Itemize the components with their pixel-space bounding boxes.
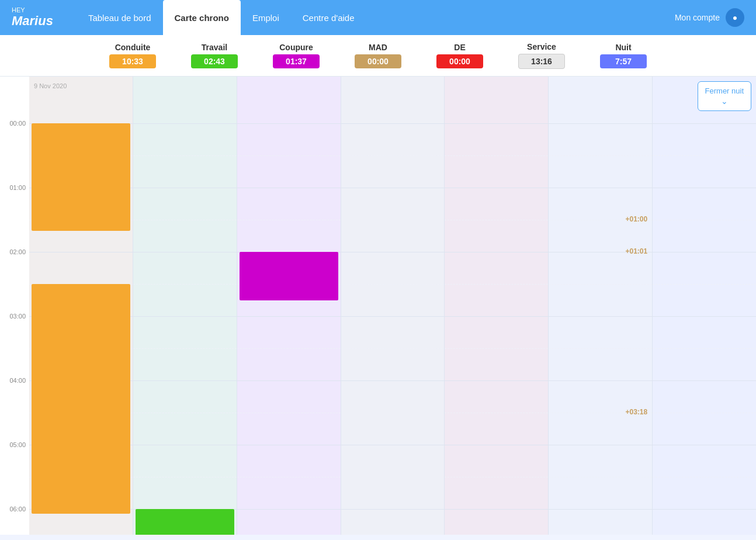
service-annotation: +01:00 [625,215,647,223]
half-hour-line [653,284,756,285]
half-hour-line [341,348,445,349]
half-hour-line [445,348,548,349]
logo: HEY Marius [12,7,53,29]
half-hour-line [133,477,237,477]
stat-coupure-value: 01:37 [273,54,320,68]
half-hour-line [133,220,237,220]
half-hour-line [341,155,445,156]
stat-service-label: Service [527,42,556,51]
time-tick-1: 01:00 [9,184,26,191]
half-hour-line [237,348,341,349]
half-hour-line [653,413,756,413]
hour-line [133,445,237,445]
stat-conduite-label: Conduite [115,43,151,52]
half-hour-line [133,348,237,349]
half-hour-line [445,155,548,156]
time-tick-3: 03:00 [9,313,26,320]
hour-line [549,445,652,445]
nav-emploi[interactable]: Emploi [241,0,291,35]
hour-line [653,252,756,252]
col-conduite: 9 Nov 2020 [29,77,133,535]
columns-area: 9 Nov 2020 +01:00+01:01+03:18+00:16±00:0… [29,77,756,535]
stats-bar: Conduite 10:33 Travail 02:43 Coupure 01:… [0,35,756,77]
hour-line [133,252,237,252]
hour-line [237,123,341,124]
hour-line [549,509,652,510]
hour-line [133,123,237,124]
chart-block [240,252,338,300]
stat-de-label: DE [454,43,465,52]
time-tick-6: 06:00 [9,506,26,513]
time-tick-2: 02:00 [9,248,26,255]
service-annotation: +03:18 [625,408,647,416]
fermer-nuit-button[interactable]: Fermer nuit ⌄ [698,81,751,111]
navbar: HEY Marius Tableau de bord Carte chrono … [0,0,756,35]
hour-line [653,509,756,510]
hour-line [445,316,548,317]
half-hour-line [445,413,548,413]
stat-travail-label: Travail [202,43,227,52]
hour-line [237,445,341,445]
fermer-nuit-label: Fermer nuit [705,86,744,95]
hour-line [237,509,341,510]
half-hour-line [341,413,445,413]
hour-line [29,252,133,252]
hour-line [549,316,652,317]
half-hour-line [237,477,341,477]
hour-line [237,188,341,188]
nav-tableau-de-bord[interactable]: Tableau de bord [77,0,163,35]
hour-line [653,445,756,445]
mon-compte-link[interactable]: Mon compte [675,13,720,22]
col-service: +01:00+01:01+03:18+00:16±00:04+00:02+01:… [548,77,652,535]
hour-line [341,380,445,381]
half-hour-line [549,284,652,285]
col-travail [133,77,237,535]
stat-de-value: 00:00 [436,54,483,68]
hour-line [341,316,445,317]
time-axis: 00:0001:0002:0003:0004:0005:0006:0007:00… [0,77,29,535]
time-tick-4: 04:00 [9,377,26,384]
hour-line [341,252,445,252]
half-hour-line [445,284,548,285]
nav-links: Tableau de bord Carte chrono Emploi Cent… [77,0,675,35]
half-hour-line [549,348,652,349]
half-hour-line [237,220,341,220]
hour-line [237,316,341,317]
stat-mad-value: 00:00 [355,54,401,68]
hour-line [445,123,548,124]
half-hour-line [445,220,548,220]
stat-nuit: Nuit 7:57 [594,43,653,68]
hour-line [341,445,445,445]
hour-line [133,380,237,381]
stat-mad: MAD 00:00 [349,43,407,68]
half-hour-line [653,477,756,477]
fermer-nuit-chevron-icon: ⌄ [721,96,728,106]
hour-line [445,445,548,445]
half-hour-line [341,284,445,285]
hour-line [341,188,445,188]
chart-container: 00:0001:0002:0003:0004:0005:0006:0007:00… [0,77,756,535]
time-tick-0: 00:00 [9,120,26,127]
hour-line [549,380,652,381]
stat-travail-value: 02:43 [191,54,238,68]
hour-line [445,509,548,510]
col-de [444,77,548,535]
stat-mad-label: MAD [369,43,387,52]
hour-line [341,123,445,124]
half-hour-line [653,155,756,156]
user-avatar[interactable]: ● [726,8,744,27]
nav-centre-aide[interactable]: Centre d'aide [291,0,366,35]
half-hour-line [133,155,237,156]
half-hour-line [653,348,756,349]
chart-block [136,509,234,535]
half-hour-line [133,413,237,413]
col-nuit: Fermer nuit ⌄ [652,77,756,535]
stat-de: DE 00:00 [431,43,489,68]
nav-carte-chrono[interactable]: Carte chrono [163,0,241,35]
col-coupure [237,77,341,535]
stat-service: Service 13:16 [512,42,571,69]
col-mad [341,77,445,535]
half-hour-line [549,155,652,156]
stat-service-value: 13:16 [518,54,565,69]
hour-line [445,252,548,252]
